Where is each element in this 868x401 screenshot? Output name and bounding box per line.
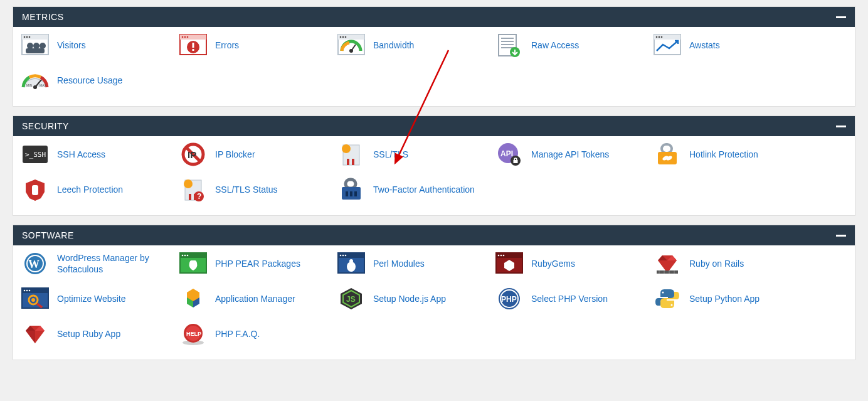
perl-modules-item[interactable]: Perl Modules [337,252,495,275]
ssl-tls-status-item[interactable]: ? SSL/TLS Status [179,178,337,201]
ruby-on-rails-item[interactable]: Ruby on Rails [653,252,811,275]
optimize-website-icon [21,287,50,311]
leech-protection-label: Leech Protection [57,184,123,195]
svg-rect-95 [657,270,678,274]
svg-point-82 [342,255,344,257]
ssh-access-icon: >_SSH [21,142,50,166]
svg-point-103 [26,290,28,292]
setup-python-item[interactable]: Setup Python App [653,287,811,311]
svg-rect-10 [180,35,206,40]
svg-point-33 [659,36,660,38]
svg-point-81 [340,255,342,257]
ssh-access-item[interactable]: >_SSH SSH Access [21,142,179,166]
ip-blocker-item[interactable]: IP IP Blocker [179,142,337,166]
svg-rect-75 [180,253,206,258]
manage-api-tokens-label: Manage API Tokens [531,149,609,160]
ruby-on-rails-icon [653,252,682,275]
software-panel: SOFTWARE W WordPress Manager by Softacul… [13,225,855,360]
application-manager-item[interactable]: Application Manager [179,287,337,311]
optimize-website-item[interactable]: Optimize Website [21,287,179,311]
minus-icon[interactable] [836,126,846,127]
svg-point-83 [345,255,347,257]
svg-point-118 [671,304,673,306]
minus-icon[interactable] [836,16,846,18]
minus-icon[interactable] [836,235,846,237]
metrics-body: Visitors Errors Bandwidth Raw Access Aws [13,27,855,106]
leech-protection-item[interactable]: Leech Protection [21,178,179,201]
svg-text:MAX: MAX [40,83,47,87]
security-panel: SECURITY >_SSH SSH Access IP IP Blocker … [13,115,855,216]
two-factor-auth-label: Two-Factor Authentication [373,184,475,195]
ruby-on-rails-label: Ruby on Rails [689,258,744,269]
visitors-label: Visitors [57,40,86,51]
svg-rect-58 [32,185,38,195]
setup-ruby-item[interactable]: Setup Ruby App [21,322,179,346]
software-header[interactable]: SOFTWARE [13,225,855,245]
php-faq-icon: HELP [179,322,208,346]
security-title: SECURITY [22,121,69,131]
bandwidth-item[interactable]: Bandwidth [337,33,495,57]
application-manager-label: Application Manager [215,293,295,304]
php-faq-item[interactable]: HELP PHP F.A.Q. [179,322,337,346]
svg-text:IP: IP [188,149,196,160]
svg-point-13 [187,36,189,38]
svg-text:MIN: MIN [26,83,33,87]
metrics-title: METRICS [22,12,64,22]
manage-api-tokens-item[interactable]: API Manage API Tokens [495,142,653,166]
ssl-tls-status-label: SSL/TLS Status [215,184,278,195]
svg-point-78 [187,255,189,257]
setup-nodejs-item[interactable]: JS Setup Node.js App [337,287,495,311]
security-body: >_SSH SSH Access IP IP Blocker SSL/TLS A… [13,136,855,215]
svg-rect-80 [338,253,364,258]
rubygems-item[interactable]: RubyGems [495,252,653,275]
visitors-item[interactable]: Visitors [21,33,179,57]
svg-point-21 [345,36,347,38]
security-header[interactable]: SECURITY [13,116,855,136]
svg-point-6 [33,43,40,49]
svg-point-76 [182,255,184,257]
svg-point-102 [24,290,26,292]
svg-text:HELP: HELP [186,331,201,337]
svg-point-12 [184,36,186,38]
svg-point-85 [349,259,353,263]
ip-blocker-label: IP Blocker [215,149,255,160]
errors-item[interactable]: Errors [179,33,337,57]
svg-rect-67 [346,191,348,196]
raw-access-item[interactable]: Raw Access [495,33,653,57]
svg-text:>_SSH: >_SSH [25,151,46,159]
awstats-item[interactable]: Awstats [653,33,811,57]
two-factor-auth-item[interactable]: Two-Factor Authentication [337,178,495,201]
awstats-icon [653,33,682,57]
svg-point-90 [503,255,505,257]
select-php-item[interactable]: PHP Select PHP Version [495,287,653,311]
svg-text:API: API [500,149,513,158]
setup-nodejs-label: Setup Node.js App [373,293,446,304]
svg-point-23 [349,49,353,53]
svg-point-106 [31,298,35,302]
errors-label: Errors [215,40,239,51]
resource-usage-label: Resource Usage [57,75,122,86]
perl-modules-icon [337,252,366,275]
svg-point-19 [340,36,342,38]
svg-rect-8 [26,48,45,53]
svg-point-60 [184,179,193,188]
wordpress-manager-item[interactable]: W WordPress Manager by Softaculous [21,252,179,275]
svg-point-11 [182,36,184,38]
resource-usage-icon: MINMAX [21,68,50,92]
svg-rect-87 [496,253,522,258]
php-pear-item[interactable]: PHP PEAR Packages [179,252,337,275]
raw-access-icon [495,33,524,57]
ssl-tls-label: SSL/TLS [373,149,408,160]
svg-rect-31 [654,35,680,40]
optimize-website-label: Optimize Website [57,293,125,304]
resource-usage-item[interactable]: MINMAX Resource Usage [21,68,179,92]
svg-point-5 [27,43,33,49]
svg-text:JS: JS [346,295,356,304]
svg-point-84 [347,262,356,272]
ssl-tls-item[interactable]: SSL/TLS [337,142,495,166]
metrics-header[interactable]: METRICS [13,7,855,27]
hotlink-protection-item[interactable]: Hotlink Protection [653,142,811,166]
metrics-panel: METRICS Visitors Errors Bandwidth [13,6,855,107]
svg-point-34 [661,36,663,38]
svg-text:W: W [28,258,40,270]
